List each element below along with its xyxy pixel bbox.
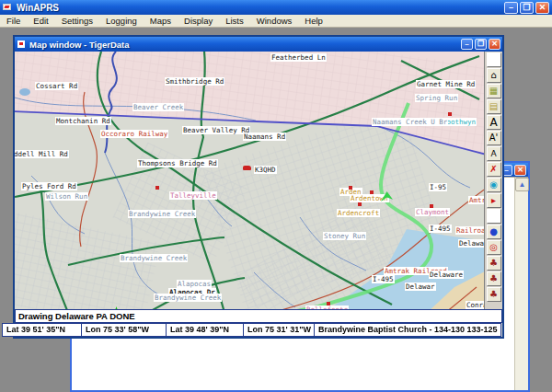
menu-windows[interactable]: Windows <box>250 15 299 27</box>
winaprs-app-icon <box>3 3 13 13</box>
coord-cell-0: Lat 39 51' 35"N <box>3 324 82 336</box>
target-red-icon[interactable]: ◎ <box>487 240 501 255</box>
coord-cell-4: Brandywine Baptist Church - 134-130 133-… <box>315 324 500 336</box>
tree-icon-1[interactable]: ♣ <box>487 256 501 271</box>
coordinate-status-bar: Lat 39 51' 35"NLon 75 33' 58"WLat 39 48'… <box>2 323 501 337</box>
menu-maps[interactable]: Maps <box>144 15 178 27</box>
minimize-button[interactable]: – <box>504 2 518 14</box>
map-feature-icon-2[interactable]: ▤ <box>487 99 501 114</box>
map-toolbar: ⌂▦▤AA'A✗◉▸●◎♣♣♣ <box>484 52 502 309</box>
map-maximize-button[interactable]: ❐ <box>475 39 487 50</box>
map-window-titlebar[interactable]: Map window - TigerData – ❐ ✕ <box>15 37 502 52</box>
coord-cell-2: Lat 39 48' 39"N <box>167 324 244 336</box>
menu-settings[interactable]: Settings <box>55 15 99 27</box>
restore-button[interactable]: ❐ <box>520 2 534 14</box>
menu-file[interactable]: File <box>0 15 27 27</box>
globe-cyan-icon[interactable]: ◉ <box>487 178 501 192</box>
map-window-icon <box>17 40 26 49</box>
map-window[interactable]: Map window - TigerData – ❐ ✕ <box>13 35 504 339</box>
blank-button-2[interactable] <box>487 209 501 224</box>
coord-cell-1: Lon 75 33' 58"W <box>82 324 167 336</box>
blank-button[interactable] <box>487 52 501 67</box>
menu-logging[interactable]: Logging <box>99 15 144 27</box>
globe-blue-icon[interactable]: ● <box>487 225 501 239</box>
list-close-button[interactable]: ✕ <box>514 165 526 176</box>
desktop: { "app": { "title": "WinAPRS", "menu": [… <box>0 0 552 392</box>
app-title: WinAPRS <box>17 3 504 13</box>
main-titlebar: WinAPRS – ❐ ✕ <box>0 0 552 15</box>
play-red-icon[interactable]: ▸ <box>487 193 501 208</box>
map-canvas[interactable]: Featherbed LnCossart RdSmithbridge RdGar… <box>15 52 484 309</box>
font-small-icon[interactable]: A <box>487 146 501 161</box>
close-map-icon[interactable]: ✗ <box>487 162 501 177</box>
map-window-title: Map window - TigerData <box>29 40 461 50</box>
menu-edit[interactable]: Edit <box>27 15 54 27</box>
map-vector-art <box>15 52 484 309</box>
list-window-scrollbar[interactable]: ▲ <box>514 178 528 390</box>
home-icon[interactable]: ⌂ <box>487 68 501 83</box>
font-large-icon[interactable]: A <box>487 115 501 130</box>
map-feature-icon-1[interactable]: ▦ <box>487 84 501 98</box>
menu-lists[interactable]: Lists <box>219 15 250 27</box>
menu-help[interactable]: Help <box>298 15 329 27</box>
font-medium-icon[interactable]: A' <box>487 131 501 145</box>
tree-icon-2[interactable]: ♣ <box>487 271 501 286</box>
coord-cell-3: Lon 75 31' 31"W <box>244 324 315 336</box>
map-close-button[interactable]: ✕ <box>489 39 500 50</box>
drawing-status-bar: Drawing Delaware PA DONE <box>15 309 502 323</box>
map-minimize-button[interactable]: – <box>461 39 473 50</box>
menu-display[interactable]: Display <box>178 15 219 27</box>
menubar: FileEditSettingsLoggingMapsDisplayListsW… <box>0 15 552 28</box>
scroll-up-arrow-icon[interactable]: ▲ <box>515 178 529 191</box>
close-button[interactable]: ✕ <box>535 2 549 14</box>
tree-icon-3[interactable]: ♣ <box>487 287 501 302</box>
